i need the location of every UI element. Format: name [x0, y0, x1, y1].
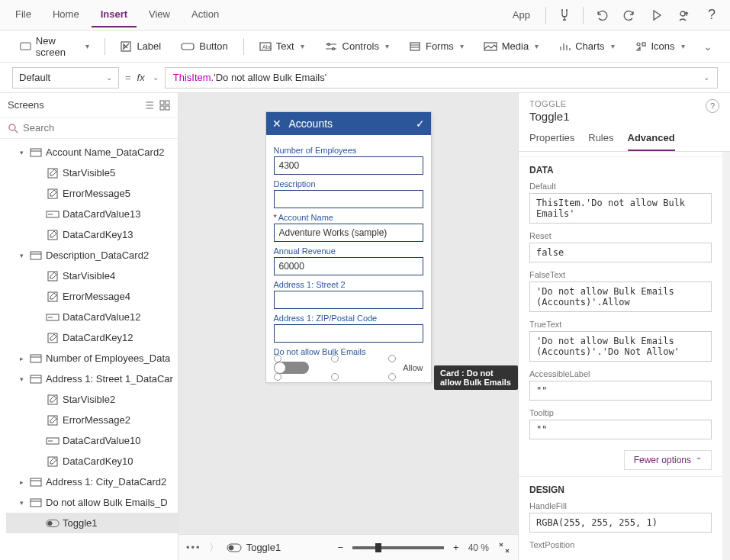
prop-label: HandleFill: [529, 501, 712, 510]
canvas-body: ✕ Accounts ✓ Number of EmployeesDescript…: [178, 93, 518, 534]
menu-view[interactable]: View: [140, 2, 179, 27]
tree-item-label: Toggle1: [63, 517, 98, 529]
prop-label: Reset: [529, 231, 712, 240]
panel-tabs: Properties Rules Advanced: [519, 126, 730, 152]
tree-item-3[interactable]: DataCardValue13: [6, 204, 178, 224]
panel-help-icon[interactable]: ?: [706, 99, 719, 113]
prop-textposition: TextPosition: [519, 537, 722, 556]
panel-scrollbar[interactable]: [722, 152, 730, 560]
check-icon[interactable]: ✓: [416, 117, 425, 130]
tree-item-16[interactable]: ▸Address 1: City_DataCard2: [6, 471, 178, 492]
prop-value[interactable]: 'Do not allow Bulk Emails (Accounts)'.'D…: [529, 331, 712, 362]
formula-input[interactable]: ThisItem.'Do not allow Bulk Emails' ⌄: [165, 67, 718, 89]
field-input-2[interactable]: [274, 224, 423, 242]
expand-icon[interactable]: ▾: [20, 149, 29, 156]
tree-item-18[interactable]: Toggle1: [6, 513, 178, 533]
tab-properties[interactable]: Properties: [529, 126, 574, 151]
share-icon[interactable]: [672, 3, 696, 27]
expand-icon[interactable]: ▾: [20, 499, 29, 507]
toggle-control[interactable]: Allow: [274, 359, 423, 376]
tree-item-label: DataCardKey12: [63, 332, 133, 343]
field-label: *Account Name: [274, 213, 423, 222]
undo-icon[interactable]: [590, 3, 614, 27]
toggle-track[interactable]: [274, 362, 309, 374]
controls-dropdown[interactable]: Controls▾: [317, 36, 397, 56]
tree-item-0[interactable]: ▾Account Name_DataCard2: [6, 142, 178, 163]
zoom-in-button[interactable]: +: [453, 542, 459, 553]
menu-home[interactable]: Home: [43, 2, 88, 27]
tree-item-7[interactable]: ErrorMessage4: [6, 286, 178, 307]
expand-icon[interactable]: ▾: [20, 252, 29, 259]
help-icon[interactable]: ?: [699, 3, 724, 27]
zoom-slider[interactable]: [352, 546, 444, 549]
expand-ribbon-icon[interactable]: ⌄: [697, 34, 718, 59]
breadcrumb-item[interactable]: Toggle1: [227, 542, 281, 553]
icons-dropdown[interactable]: Icons▾: [627, 36, 693, 56]
prop-value[interactable]: 'Do not allow Bulk Emails (Accounts)'.Al…: [529, 282, 712, 312]
tree-item-label: DataCardValue12: [63, 311, 140, 323]
tree-item-4[interactable]: DataCardKey13: [6, 224, 178, 245]
tab-rules[interactable]: Rules: [588, 126, 613, 151]
tree-item-15[interactable]: DataCardKey10: [6, 451, 178, 471]
expand-icon[interactable]: ▾: [20, 375, 29, 383]
prop-default: DefaultThisItem.'Do not allow Bulk Email…: [519, 179, 722, 228]
tree-item-2[interactable]: ErrorMessage5: [6, 183, 178, 204]
expand-icon[interactable]: ▸: [20, 478, 29, 486]
field-input-5[interactable]: [274, 324, 423, 343]
zoom-out-button[interactable]: −: [337, 542, 343, 553]
prop-value[interactable]: "": [529, 420, 712, 439]
menu-insert[interactable]: Insert: [92, 2, 137, 27]
canvas: ✕ Accounts ✓ Number of EmployeesDescript…: [178, 93, 518, 560]
tab-advanced[interactable]: Advanced: [628, 126, 675, 151]
fit-icon[interactable]: [498, 542, 510, 554]
menu-bar: File Home Insert View Action App ?: [0, 0, 730, 31]
tree-item-13[interactable]: ErrorMessage2: [6, 410, 178, 430]
tree-item-6[interactable]: StarVisible4: [6, 266, 178, 286]
expand-icon[interactable]: ▸: [20, 355, 29, 362]
menu-action[interactable]: Action: [182, 2, 228, 27]
checker-icon[interactable]: [552, 3, 577, 27]
tree-item-12[interactable]: StarVisible2: [6, 389, 178, 410]
breadcrumb-more[interactable]: •••: [186, 542, 201, 553]
menu-app[interactable]: App: [503, 3, 539, 27]
prop-value[interactable]: ThisItem.'Do not allow Bulk Emails': [529, 193, 712, 224]
svg-rect-30: [48, 416, 57, 425]
media-btn-label: Media: [502, 40, 529, 52]
text-dropdown[interactable]: Abc Text▾: [252, 36, 312, 56]
play-icon[interactable]: [645, 3, 669, 27]
media-dropdown[interactable]: Media▾: [476, 36, 546, 56]
forms-dropdown[interactable]: Forms▾: [401, 36, 471, 56]
tree-item-1[interactable]: StarVisible5: [6, 163, 178, 183]
tree-item-10[interactable]: ▸Number of Employees_Data: [6, 348, 178, 369]
property-selector[interactable]: Default⌄: [12, 67, 119, 89]
tree-item-5[interactable]: ▾Description_DataCard2: [6, 245, 178, 266]
menu-file[interactable]: File: [6, 2, 40, 27]
field-input-4[interactable]: [274, 291, 423, 309]
charts-btn-label: Charts: [575, 40, 604, 52]
svg-rect-29: [48, 395, 57, 404]
prop-value[interactable]: false: [529, 243, 712, 262]
tree-list-icon[interactable]: [144, 100, 155, 111]
tree-item-14[interactable]: DataCardValue10: [6, 430, 178, 451]
close-icon[interactable]: ✕: [272, 117, 281, 130]
label-button[interactable]: Label: [112, 36, 169, 57]
button-button[interactable]: Button: [173, 36, 236, 56]
tree-search[interactable]: [0, 117, 178, 139]
field-input-3[interactable]: [274, 257, 423, 275]
redo-icon[interactable]: [617, 3, 642, 27]
tree-item-17[interactable]: ▾Do not allow Bulk Emails_D: [6, 492, 178, 513]
prop-value[interactable]: RGBA(255, 255, 255, 1): [529, 513, 712, 533]
tree-search-input[interactable]: [23, 122, 170, 134]
charts-dropdown[interactable]: Charts▾: [551, 36, 622, 56]
field-input-0[interactable]: [274, 156, 423, 175]
tree-item-11[interactable]: ▾Address 1: Street 1_DataCar: [6, 369, 178, 389]
field-label: Description: [274, 179, 423, 188]
prop-value[interactable]: "": [529, 381, 712, 401]
svg-point-38: [229, 546, 233, 550]
new-screen-button[interactable]: New screen▾: [12, 31, 97, 63]
tree-item-9[interactable]: DataCardKey12: [6, 327, 178, 348]
field-input-1[interactable]: [274, 190, 423, 208]
tree-grid-icon[interactable]: [159, 100, 170, 111]
fewer-options-link[interactable]: Fewer options ⌃: [624, 450, 712, 470]
tree-item-8[interactable]: DataCardValue12: [6, 307, 178, 327]
